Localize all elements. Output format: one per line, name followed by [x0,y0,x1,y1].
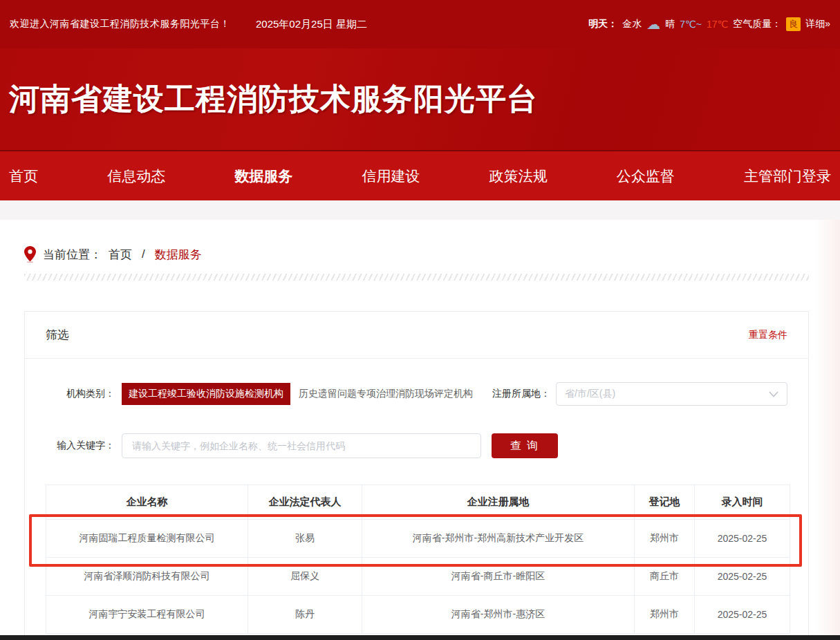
filter-row-category: 机构类别： 建设工程竣工验收消防设施检测机构 历史遗留问题专项治理消防现场评定机… [46,382,787,406]
col-entry-date: 录入时间 [695,485,790,520]
welcome-text: 欢迎进入河南省建设工程消防技术服务阳光平台！ [10,18,230,30]
breadcrumb: 当前位置： 首页 / 数据服务 [24,246,840,263]
chevron-down-icon [769,391,778,397]
cell-company-name: 河南宇宁安装工程有限公司 [46,596,248,634]
nav-item-credit[interactable]: 信用建设 [362,167,420,186]
cell-legal-rep: 屈保义 [248,558,362,596]
region-label: 注册所属地： [492,388,550,400]
category-label: 机构类别： [46,388,115,400]
table-row-2[interactable]: 河南省泽顺消防科技有限公司 屈保义 河南省-商丘市-睢阳区 商丘市 2025-0… [46,558,790,596]
region-group: 注册所属地： 省/市/区(县) [492,382,787,406]
date-text: 2025年02月25日 星期二 [256,18,367,31]
weather-city: 金水 [622,18,642,30]
location-pin-icon [24,246,36,263]
breadcrumb-label: 当前位置： [43,247,102,263]
filter-panel-header: 筛选 重置条件 [25,312,808,359]
cell-registered-region: 河南省-郑州市-郑州高新技术产业开发区 [362,520,635,558]
cell-entry-date: 2025-02-25 [695,596,790,634]
results-table-body: 河南固瑞工程质量检测有限公司 张易 河南省-郑州市-郑州高新技术产业开发区 郑州… [46,520,790,634]
top-info-bar: 欢迎进入河南省建设工程消防技术服务阳光平台！ 2025年02月25日 星期二 明… [0,0,840,48]
col-registered-region: 企业注册属地 [362,485,635,520]
air-quality-badge: 良 [786,17,801,31]
nav-item-news[interactable]: 信息动态 [107,167,165,186]
nav-item-data-service[interactable]: 数据服务 [234,167,292,186]
slash-divider [24,274,809,281]
cell-entry-date: 2025-02-25 [695,520,790,558]
results-table-head: 企业名称 企业法定代表人 企业注册属地 登记地 录入时间 [46,485,790,520]
col-legal-rep: 企业法定代表人 [248,485,362,520]
bottom-window-edge [0,635,840,640]
cell-registration-place: 郑州市 [635,596,695,634]
main-nav: 首页 信息动态 数据服务 信用建设 政策法规 公众监督 主管部门登录 [0,150,840,200]
cell-legal-rep: 陈丹 [248,596,362,634]
cell-company-name: 河南固瑞工程质量检测有限公司 [46,520,248,558]
weather-condition: 晴 [665,18,675,30]
cell-company-name: 河南省泽顺消防科技有限公司 [46,558,248,596]
cell-registration-place: 商丘市 [635,558,695,596]
page-content: 当前位置： 首页 / 数据服务 筛选 重置条件 机构类别： 建设工程竣工验收消防… [0,200,840,640]
cell-registered-region: 河南省-郑州市-惠济区 [362,596,635,634]
category-option-selected[interactable]: 建设工程竣工验收消防设施检测机构 [122,383,290,405]
breadcrumb-home-link[interactable]: 首页 [109,247,132,263]
cell-registered-region: 河南省-商丘市-睢阳区 [362,558,635,596]
filter-row-keyword: 输入关键字： 查 询 [46,433,787,458]
temp-high: 17℃ [707,19,728,30]
filter-title: 筛选 [46,327,69,343]
weather-tomorrow-label: 明天： [588,18,617,30]
nav-item-policy[interactable]: 政策法规 [489,167,548,186]
reset-filters-link[interactable]: 重置条件 [749,329,787,341]
col-registration-place: 登记地 [635,485,695,520]
air-quality-label: 空气质量： [733,18,781,30]
results-table: 企业名称 企业法定代表人 企业注册属地 登记地 录入时间 河南固瑞工程质量检测有… [46,484,790,634]
cell-registration-place: 郑州市 [635,520,695,558]
header-row: 企业名称 企业法定代表人 企业注册属地 登记地 录入时间 [46,485,790,520]
breadcrumb-current: 数据服务 [155,247,202,263]
cloud-icon: ☁ [646,17,660,31]
cell-entry-date: 2025-02-25 [695,558,790,596]
nav-item-admin-login[interactable]: 主管部门登录 [744,167,831,186]
cell-legal-rep: 张易 [248,520,362,558]
keyword-label: 输入关键字： [46,440,115,452]
region-select[interactable]: 省/市/区(县) [556,382,787,406]
nav-item-home[interactable]: 首页 [9,167,38,186]
breadcrumb-separator: / [142,247,145,261]
temp-low: 7℃~ [680,19,702,30]
category-option-unselected[interactable]: 历史遗留问题专项治理消防现场评定机构 [299,388,473,400]
search-button[interactable]: 查 询 [492,433,558,458]
keyword-input[interactable] [122,433,481,458]
filter-panel: 筛选 重置条件 机构类别： 建设工程竣工验收消防设施检测机构 历史遗留问题专项治… [24,311,809,640]
region-select-placeholder: 省/市/区(县) [565,388,615,400]
nav-item-public-supervision[interactable]: 公众监督 [617,167,675,186]
site-title: 河南省建设工程消防技术服务阳光平台 [9,79,538,120]
table-row-3[interactable]: 河南宇宁安装工程有限公司 陈丹 河南省-郑州市-惠济区 郑州市 2025-02-… [46,596,790,634]
weather-detail-link[interactable]: 详细» [805,18,830,30]
nav-shadow-strip [0,200,840,220]
weather-widget: 明天： 金水 ☁ 晴 7℃~ 17℃ 空气质量： 良 详细» [588,17,830,31]
site-banner: 河南省建设工程消防技术服务阳光平台 [0,48,840,150]
table-row-1[interactable]: 河南固瑞工程质量检测有限公司 张易 河南省-郑州市-郑州高新技术产业开发区 郑州… [46,520,790,558]
col-company-name: 企业名称 [46,485,248,520]
